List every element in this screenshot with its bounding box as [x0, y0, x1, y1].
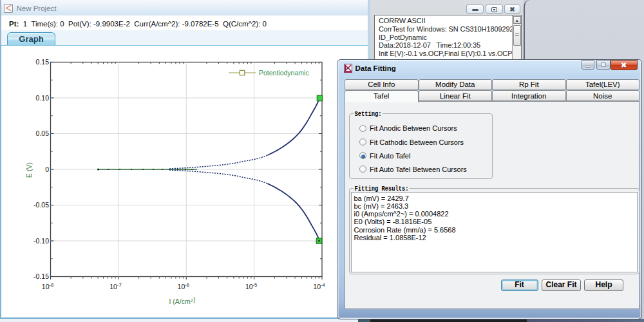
svg-text:10-8: 10-8 [42, 282, 53, 290]
svg-text:0.10: 0.10 [36, 94, 50, 102]
svg-text:10-5: 10-5 [245, 282, 257, 290]
svg-text:0.05: 0.05 [36, 129, 50, 137]
svg-text:-0.05: -0.05 [33, 201, 49, 209]
svg-text:10-6: 10-6 [178, 282, 189, 290]
svg-text:Potentiodynamic: Potentiodynamic [259, 69, 309, 77]
svg-text:-0.10: -0.10 [33, 237, 49, 245]
svg-text:-0.15: -0.15 [33, 272, 49, 280]
svg-text:0: 0 [45, 166, 49, 173]
svg-text:10-4: 10-4 [313, 282, 325, 290]
svg-text:0.15: 0.15 [36, 58, 50, 66]
svg-text:I (A/cm2): I (A/cm2) [169, 296, 196, 306]
svg-text:10-7: 10-7 [109, 282, 121, 290]
svg-text:E (V): E (V) [25, 162, 33, 178]
